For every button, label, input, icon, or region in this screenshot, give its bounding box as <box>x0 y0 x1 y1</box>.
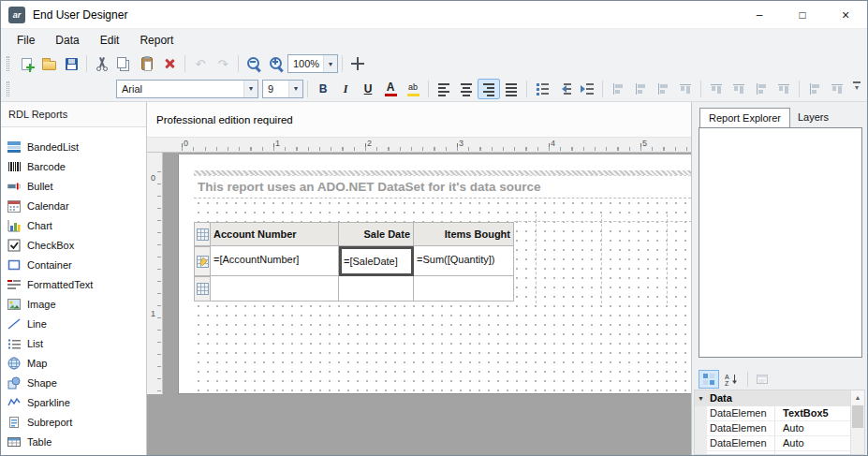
save-button[interactable] <box>60 53 82 74</box>
paste-button[interactable] <box>136 53 158 74</box>
toolbox-item-bullet[interactable]: Bullet <box>1 176 146 196</box>
highlight-color-button[interactable]: ab <box>402 79 424 99</box>
table-header-cell-account-number[interactable]: Account Number <box>211 222 339 246</box>
open-button[interactable] <box>37 53 60 74</box>
design-canvas[interactable]: This report uses an ADO.NET DataSet for … <box>163 153 691 455</box>
table-cell-accountnumber[interactable]: =[AccountNumber] <box>211 246 339 276</box>
menu-report[interactable]: Report <box>129 30 184 51</box>
toolbox-item-image[interactable]: Image <box>1 294 146 314</box>
new-report-button[interactable] <box>15 53 37 74</box>
report-explorer-tree[interactable] <box>699 127 862 358</box>
menu-data[interactable]: Data <box>45 30 89 51</box>
table-footer-cell[interactable] <box>414 276 514 302</box>
align-centers-button[interactable] <box>629 79 652 99</box>
align-justify-button[interactable] <box>500 79 522 99</box>
table-header-cell-sale-date[interactable]: Sale Date <box>339 222 414 246</box>
delete-button[interactable] <box>158 53 181 74</box>
toolbar-grip[interactable] <box>7 56 9 71</box>
align-right-button[interactable] <box>478 79 500 99</box>
property-value[interactable] <box>779 451 850 455</box>
table-cell-saledate-selected[interactable]: =[SaleDate] <box>339 246 414 276</box>
property-pages-button[interactable] <box>752 370 772 389</box>
align-middles-button[interactable] <box>705 79 728 99</box>
decrease-indent-button[interactable] <box>553 79 576 99</box>
toolbox-item-barcode[interactable]: Barcode <box>1 156 146 176</box>
toolbox-item-chart[interactable]: Chart <box>1 215 146 235</box>
toolbox-item-table[interactable]: Table <box>1 432 146 451</box>
align-bottoms-button[interactable] <box>728 79 750 99</box>
italic-button[interactable]: I <box>334 79 357 99</box>
menu-file[interactable]: File <box>7 30 45 51</box>
property-category-data[interactable]: ▼ Data <box>695 390 850 406</box>
toolbox-item-checkbox[interactable]: CheckBox <box>1 235 146 255</box>
toolbox-item-formattedtext[interactable]: FormattedText <box>1 274 146 294</box>
toolbox-item-container[interactable]: Container <box>1 255 146 274</box>
property-value[interactable]: Auto <box>779 436 850 450</box>
categorized-view-button[interactable] <box>699 370 719 389</box>
undo-button[interactable]: ↶ <box>189 53 212 74</box>
align-left-button[interactable] <box>433 79 455 99</box>
property-row[interactable]: DataElemen Auto <box>695 421 850 436</box>
maximize-button[interactable]: □ <box>781 1 824 28</box>
minimize-button[interactable]: – <box>738 1 781 28</box>
toolbox-item-sparkline[interactable]: Sparkline <box>1 392 146 412</box>
cut-button[interactable] <box>91 53 113 74</box>
report-page[interactable]: This report uses an ADO.NET DataSet for … <box>178 154 691 394</box>
table-footer-cell[interactable] <box>339 276 414 302</box>
underline-button[interactable]: U <box>357 79 379 99</box>
zoom-level-combobox[interactable]: 100% ▾ <box>287 54 338 73</box>
pan-button[interactable] <box>346 53 369 74</box>
same-height-button[interactable] <box>772 79 795 99</box>
font-name-combobox[interactable]: Arial ▾ <box>116 80 258 98</box>
align-tops-button[interactable] <box>674 79 697 99</box>
category-collapse-icon[interactable]: ▼ <box>698 390 704 406</box>
property-value[interactable]: TextBox5 <box>779 406 850 420</box>
font-size-combobox[interactable]: 9 ▾ <box>262 80 303 98</box>
table-header-cell-items-bought[interactable]: Items Bought <box>414 222 514 246</box>
table-footer-row-handle[interactable] <box>194 276 211 302</box>
tab-report-explorer[interactable]: Report Explorer <box>699 108 790 127</box>
align-center-button[interactable] <box>455 79 478 99</box>
scroll-up-button[interactable]: ▲ <box>851 390 864 405</box>
table-header-row-handle[interactable] <box>194 222 211 246</box>
tab-layers[interactable]: Layers <box>789 108 837 127</box>
toolbox-item-list[interactable]: List <box>1 333 146 353</box>
snap-to-grid-button[interactable] <box>826 79 848 99</box>
toolbox-item-map[interactable]: Map <box>1 353 146 373</box>
property-row-partial[interactable] <box>695 451 850 455</box>
zoom-in-button[interactable] <box>265 53 287 74</box>
property-row[interactable]: DataElemen TextBox5 <box>695 406 850 421</box>
align-rights-button[interactable] <box>652 79 674 99</box>
zoom-out-button[interactable] <box>243 53 265 74</box>
svg-text:Z: Z <box>725 380 729 386</box>
bold-button[interactable]: B <box>312 79 334 99</box>
alphabetical-sort-button[interactable]: AZ <box>721 370 742 389</box>
copy-button[interactable] <box>113 53 136 74</box>
align-lefts-button[interactable] <box>607 79 629 99</box>
increase-indent-button[interactable] <box>576 79 598 99</box>
toolbar-grip[interactable] <box>7 81 9 96</box>
toolbox-item-line[interactable]: Line <box>1 314 146 333</box>
property-row[interactable]: DataElemen Auto <box>695 436 850 451</box>
table-cell-quantity[interactable]: =Sum([Quantity]) <box>414 246 514 276</box>
font-color-button[interactable]: A <box>379 79 402 99</box>
table-footer-cell[interactable] <box>211 276 339 302</box>
properties-scrollbar[interactable]: ▲ <box>850 390 864 454</box>
same-size-button[interactable] <box>803 79 826 99</box>
report-title-textbox[interactable]: This report uses an ADO.NET DataSet for … <box>194 175 691 199</box>
toolbox-item-bandedlist[interactable]: BandedList <box>1 137 146 156</box>
toolbox-item-subreport[interactable]: Subreport <box>1 412 146 432</box>
toolbar-overflow-button[interactable]: ▾ <box>851 81 862 91</box>
property-value[interactable]: Auto <box>779 421 850 435</box>
bullet-list-button[interactable] <box>531 79 553 99</box>
report-table[interactable]: Account Number Sale Date Items Bought =[… <box>194 222 514 302</box>
scroll-thumb[interactable] <box>852 405 863 428</box>
property-name: DataElemen <box>707 421 775 435</box>
menu-edit[interactable]: Edit <box>90 30 130 51</box>
toolbox-item-shape[interactable]: Shape <box>1 373 146 392</box>
same-width-button[interactable] <box>750 79 772 99</box>
redo-button[interactable]: ↷ <box>212 53 234 74</box>
close-button[interactable]: × <box>824 1 867 28</box>
table-detail-row-handle[interactable] <box>194 246 211 276</box>
toolbox-item-calendar[interactable]: Calendar <box>1 196 146 215</box>
